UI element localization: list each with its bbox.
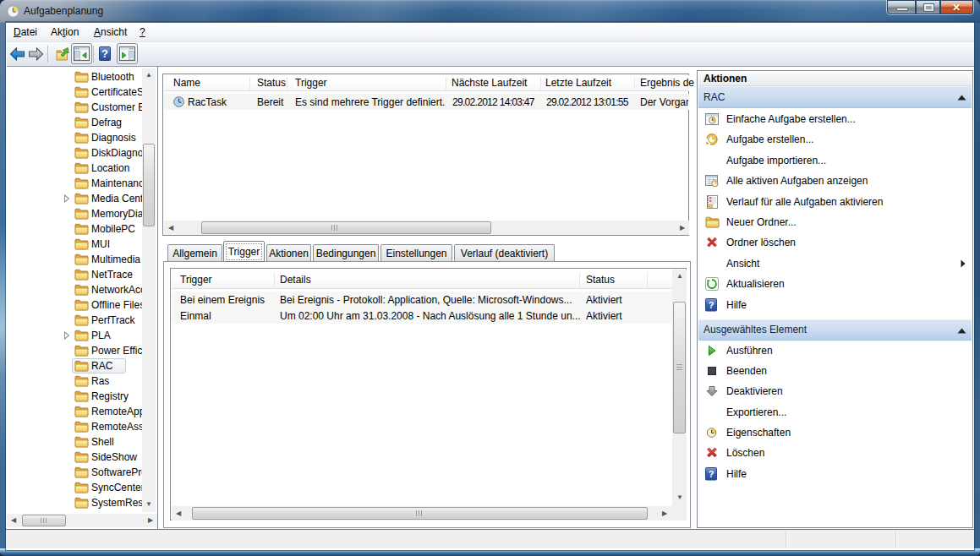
svg-text:?: ? bbox=[709, 469, 714, 479]
svg-text:?: ? bbox=[101, 47, 108, 60]
svg-text:?: ? bbox=[709, 300, 714, 310]
